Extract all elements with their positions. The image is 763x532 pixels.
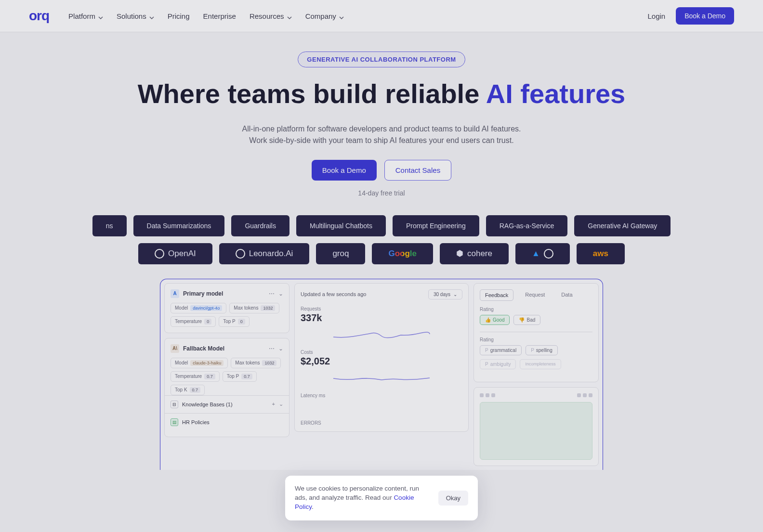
hero-subtitle: All-in-one platform for software develop… bbox=[10, 123, 753, 146]
document-icon: ▤ bbox=[171, 418, 178, 426]
requests-sparkline bbox=[301, 328, 462, 342]
updated-text: Updated a few seconds ago bbox=[301, 291, 366, 297]
provider-azure-openai: ▲ bbox=[515, 243, 570, 264]
temperature-tag: Temperature0 bbox=[171, 316, 216, 327]
anthropic-icon: A\ bbox=[171, 344, 179, 353]
card-menu[interactable]: ⋯⌄ bbox=[269, 290, 283, 297]
azure-icon: A bbox=[171, 289, 179, 298]
provider-google: Google bbox=[372, 243, 433, 264]
tag-spelling[interactable]: Pspelling bbox=[526, 345, 558, 355]
trial-text: 14-day free trial bbox=[10, 189, 753, 197]
main-nav: Platform Solutions Pricing Enterprise Re… bbox=[68, 12, 344, 20]
top-k-tag: Top K0.7 bbox=[171, 385, 205, 395]
feature-chip: RAG-as-a-Service bbox=[486, 215, 568, 236]
hero-book-demo-button[interactable]: Book a Demo bbox=[312, 160, 377, 181]
nav-solutions[interactable]: Solutions bbox=[117, 12, 154, 20]
dashboard-preview: APrimary model ⋯⌄ Modeldavinci/gpt-4o Ma… bbox=[160, 279, 603, 470]
costs-label: Costs bbox=[301, 350, 462, 355]
openai-icon bbox=[155, 249, 164, 259]
bad-button[interactable]: 👎Bad bbox=[513, 315, 540, 325]
logo[interactable]: orq bbox=[29, 8, 49, 24]
chevron-down-icon[interactable]: ⌄ bbox=[279, 401, 283, 407]
good-button[interactable]: 👍Good bbox=[480, 315, 510, 325]
login-link[interactable]: Login bbox=[647, 12, 665, 20]
openai-icon bbox=[544, 249, 553, 259]
feature-chip: ns bbox=[92, 215, 127, 236]
kb-item-row[interactable]: ▤HR Policies bbox=[165, 413, 289, 431]
chevron-down-icon: ⌄ bbox=[453, 292, 457, 297]
provider-aws: aws bbox=[577, 243, 625, 264]
feature-chip: Guardrails bbox=[231, 215, 289, 236]
feature-chip: Multilingual Chatbots bbox=[296, 215, 386, 236]
thumbs-down-icon: 👎 bbox=[519, 317, 525, 323]
tag-incompleteness[interactable]: Incompleteness bbox=[520, 359, 561, 369]
feedback-card: Feedback Request Data Rating 👍Good 👎Bad … bbox=[474, 283, 599, 382]
errors-label: ERRORS bbox=[301, 420, 462, 426]
latency-label: Latency ms bbox=[301, 393, 462, 398]
rating-label: Rating bbox=[480, 307, 592, 312]
requests-label: Requests bbox=[301, 306, 462, 311]
tag-ambiguity[interactable]: Pambiguity bbox=[480, 359, 516, 369]
max-tokens-tag: Max tokens1032 bbox=[229, 303, 279, 313]
chevron-down-icon bbox=[98, 13, 103, 18]
cohere-icon: ⬢ bbox=[456, 248, 463, 259]
max-tokens-tag: Max tokens1032 bbox=[231, 358, 281, 368]
feature-chips-row: ns Data Summarizations Guardrails Multil… bbox=[0, 207, 763, 236]
feature-chip: Generative AI Gateway bbox=[574, 215, 671, 236]
chevron-down-icon bbox=[149, 13, 154, 18]
chevron-down-icon bbox=[339, 13, 344, 18]
skeleton-card bbox=[474, 387, 599, 466]
tab-data[interactable]: Data bbox=[556, 289, 577, 301]
tab-feedback[interactable]: Feedback bbox=[480, 289, 513, 301]
leonardo-icon bbox=[236, 249, 245, 259]
chevron-down-icon: ⌄ bbox=[278, 290, 283, 297]
knowledge-bases-row[interactable]: ⊟Knowledge Bases (1) +⌄ bbox=[165, 395, 289, 413]
range-select[interactable]: 30 days⌄ bbox=[428, 289, 462, 299]
requests-value: 337k bbox=[301, 312, 462, 324]
metrics-card: Updated a few seconds ago 30 days⌄ Reque… bbox=[294, 283, 469, 432]
chevron-down-icon bbox=[287, 13, 292, 18]
feature-chip: Prompt Engineering bbox=[393, 215, 479, 236]
providers-logos-row: OpenAI Leonardo.Ai groq Google ⬢cohere ▲… bbox=[0, 236, 763, 279]
provider-leonardo: Leonardo.Ai bbox=[219, 243, 310, 264]
card-menu[interactable]: ⋯⌄ bbox=[269, 345, 283, 352]
nav-enterprise[interactable]: Enterprise bbox=[203, 12, 236, 20]
model-tag: Modelclaude-3-haiku bbox=[171, 358, 228, 368]
top-p-tag: Top P0 bbox=[219, 316, 250, 327]
provider-cohere: ⬢cohere bbox=[440, 243, 509, 264]
provider-groq: groq bbox=[316, 243, 365, 264]
rating-label-2: Rating bbox=[480, 337, 592, 342]
fallback-model-card: A\Fallback Model ⋯⌄ Modelclaude-3-haiku … bbox=[164, 338, 289, 437]
tag-grammatical[interactable]: Pgrammatical bbox=[480, 345, 522, 355]
model-tag: Modeldavinci/gpt-4o bbox=[171, 303, 226, 313]
dots-icon: ⋯ bbox=[269, 290, 275, 297]
costs-value: $2,052 bbox=[301, 356, 462, 367]
temperature-tag: Temperature0.7 bbox=[171, 371, 220, 382]
tab-request[interactable]: Request bbox=[520, 289, 550, 301]
nav-platform[interactable]: Platform bbox=[68, 12, 103, 20]
nav-pricing[interactable]: Pricing bbox=[168, 12, 190, 20]
site-header: orq Platform Solutions Pricing Enterpris… bbox=[0, 0, 763, 32]
primary-model-card: APrimary model ⋯⌄ Modeldavinci/gpt-4o Ma… bbox=[164, 283, 289, 333]
hero-title: Where teams build reliable AI features bbox=[10, 79, 753, 109]
contact-sales-button[interactable]: Contact Sales bbox=[384, 160, 451, 181]
hero-section: GENERATIVE AI COLLABORATION PLATFORM Whe… bbox=[0, 32, 763, 207]
top-p-tag: Top P0.7 bbox=[223, 371, 257, 382]
provider-openai: OpenAI bbox=[138, 243, 212, 264]
dots-icon: ⋯ bbox=[269, 345, 275, 352]
plus-icon[interactable]: + bbox=[272, 401, 275, 407]
database-icon: ⊟ bbox=[171, 401, 178, 408]
skeleton-body bbox=[480, 402, 592, 460]
costs-sparkline bbox=[301, 372, 462, 385]
book-demo-button[interactable]: Book a Demo bbox=[676, 7, 734, 25]
chevron-down-icon: ⌄ bbox=[278, 345, 283, 352]
hero-badge: GENERATIVE AI COLLABORATION PLATFORM bbox=[298, 52, 465, 67]
azure-icon: ▲ bbox=[532, 249, 540, 259]
nav-company[interactable]: Company bbox=[305, 12, 344, 20]
thumbs-up-icon: 👍 bbox=[485, 317, 491, 323]
feature-chip: Data Summarizations bbox=[133, 215, 225, 236]
nav-resources[interactable]: Resources bbox=[250, 12, 292, 20]
